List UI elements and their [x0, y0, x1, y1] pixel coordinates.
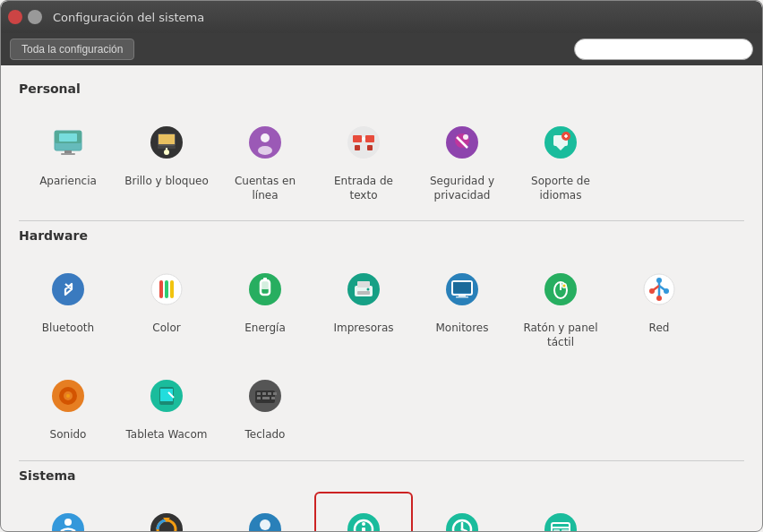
svg-rect-77: [273, 392, 277, 395]
svg-rect-33: [159, 280, 163, 298]
icon-label-color: Color: [152, 322, 180, 336]
icon-label-seguridad: Seguridad y privacidad: [420, 175, 504, 202]
icon-label-brillo: Brillo y bloqueo: [124, 175, 208, 189]
divider-hardware: [19, 220, 744, 221]
icon-circle-cuentas-linea: [238, 116, 292, 169]
icon-item-apariencia[interactable]: Apariencia: [19, 105, 117, 211]
icon-label-entrada: Entrada de texto: [321, 175, 406, 202]
svg-rect-100: [562, 529, 569, 531]
svg-point-63: [66, 394, 70, 398]
icon-circle-fecha: [435, 502, 489, 531]
icon-grid-personal: Apariencia Brillo y bloqueo Cuentas en l…: [19, 105, 744, 211]
svg-rect-47: [453, 282, 471, 293]
icon-label-teclado: Teclado: [245, 428, 286, 442]
svg-rect-73: [268, 392, 271, 395]
icon-label-impresoras: Impresoras: [333, 322, 393, 336]
svg-point-44: [367, 288, 370, 291]
icon-grid-hardware: Bluetooth Color Energía Impresoras Monit…: [19, 252, 744, 451]
icon-circle-detalles: [337, 502, 390, 531]
svg-rect-18: [365, 135, 374, 142]
svg-rect-9: [159, 134, 175, 144]
svg-rect-6: [61, 153, 75, 155]
icon-circle-entrada: [337, 116, 390, 169]
svg-point-31: [52, 273, 84, 305]
svg-point-23: [463, 134, 468, 140]
svg-rect-43: [357, 291, 370, 295]
window-title: Configuración del sistema: [53, 11, 755, 24]
icon-item-acceso[interactable]: Acceso universal: [19, 492, 117, 531]
section-title-personal: Personal: [19, 82, 744, 96]
icon-circle-seguridad: [435, 116, 489, 169]
svg-rect-17: [353, 135, 362, 142]
svg-point-57: [649, 288, 655, 294]
icon-circle-raton: [534, 262, 587, 316]
icon-item-raton[interactable]: Ratón y panel táctil: [511, 252, 610, 358]
svg-rect-38: [261, 280, 270, 289]
svg-rect-76: [271, 397, 275, 399]
svg-rect-20: [367, 145, 373, 150]
icon-circle-tableta: [140, 369, 193, 423]
icon-circle-copias: [140, 502, 193, 531]
svg-rect-42: [357, 281, 370, 287]
icon-label-energia: Energía: [244, 322, 286, 336]
icon-circle-software: [534, 502, 587, 531]
icon-item-entrada[interactable]: Entrada de texto: [314, 105, 413, 211]
icon-grid-sistema: Acceso universal Copias de seguridad Cue…: [19, 492, 744, 531]
divider-sistema: [19, 460, 744, 461]
search-wrap: [574, 39, 753, 60]
icon-label-raton: Ratón y panel táctil: [519, 322, 603, 349]
section-title-hardware: Hardware: [19, 228, 744, 243]
icon-label-sonido: Sonido: [50, 428, 87, 442]
icon-item-seguridad[interactable]: Seguridad y privacidad: [413, 105, 511, 211]
icon-item-color[interactable]: Color: [117, 252, 216, 358]
svg-point-79: [64, 519, 72, 526]
icon-circle-apariencia: [41, 116, 95, 169]
svg-rect-39: [263, 278, 267, 281]
app-window: Configuración del sistema Toda la config…: [0, 0, 763, 532]
icon-item-detalles[interactable]: Detalles: [314, 492, 413, 531]
icon-item-software[interactable]: Software y actualizacione: [511, 492, 610, 531]
svg-point-58: [664, 288, 669, 294]
svg-rect-67: [164, 402, 169, 404]
icon-item-bluetooth[interactable]: Bluetooth: [19, 252, 117, 358]
icon-item-red[interactable]: Red: [610, 252, 708, 358]
icon-circle-impresoras: [337, 262, 390, 316]
icon-item-cuentas-u[interactable]: Cuentas de usuario: [216, 492, 314, 531]
icon-item-copias[interactable]: Copias de seguridad: [117, 492, 216, 531]
icon-item-fecha[interactable]: Fecha y hora: [413, 492, 511, 531]
icon-item-sonido[interactable]: Sonido: [19, 358, 117, 451]
close-button[interactable]: [8, 10, 22, 24]
icon-label-soporte: Soporte de idiomas: [519, 175, 603, 202]
svg-point-89: [362, 522, 365, 526]
svg-point-83: [150, 513, 183, 531]
svg-point-16: [347, 126, 380, 159]
icon-item-tableta[interactable]: Tableta Wacom: [117, 358, 216, 451]
svg-rect-35: [170, 280, 174, 298]
minimize-button[interactable]: [28, 10, 42, 24]
svg-point-59: [656, 296, 662, 301]
icon-circle-cuentas-u: [238, 502, 292, 531]
icon-item-impresoras[interactable]: Impresoras: [314, 252, 413, 358]
svg-point-11: [164, 150, 169, 155]
svg-point-14: [261, 133, 270, 142]
back-button[interactable]: Toda la configuración: [10, 39, 134, 60]
icon-item-monitores[interactable]: Monitores: [413, 252, 511, 358]
icon-label-monitores: Monitores: [436, 322, 489, 336]
svg-rect-75: [262, 397, 270, 399]
icon-item-teclado[interactable]: Teclado: [216, 358, 314, 451]
icon-item-soporte[interactable]: Soporte de idiomas: [511, 105, 610, 211]
svg-point-15: [258, 146, 272, 155]
icon-item-brillo[interactable]: Brillo y bloqueo: [117, 105, 216, 211]
content-area: Personal Apariencia Brillo y bloqueo Cue…: [1, 65, 762, 531]
icon-circle-color: [140, 262, 193, 316]
search-input[interactable]: [574, 39, 753, 60]
svg-point-54: [563, 285, 566, 287]
icon-label-apariencia: Apariencia: [39, 175, 97, 189]
icon-circle-energia: [238, 262, 292, 316]
icon-circle-monitores: [435, 262, 489, 316]
icon-item-cuentas-linea[interactable]: Cuentas en línea: [216, 105, 314, 211]
icon-label-bluetooth: Bluetooth: [42, 322, 94, 336]
icon-label-cuentas-linea: Cuentas en línea: [223, 175, 307, 202]
icon-item-energia[interactable]: Energía: [216, 252, 314, 358]
svg-rect-99: [553, 529, 560, 531]
